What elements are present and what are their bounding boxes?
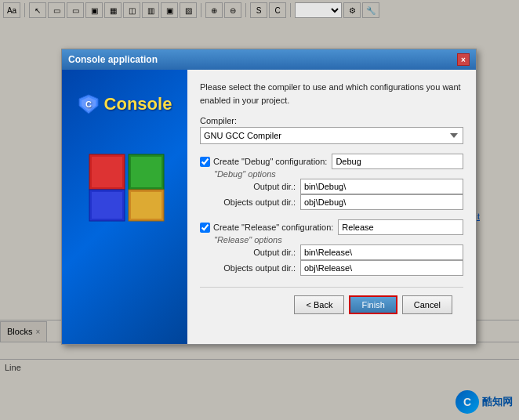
- finish-button[interactable]: Finish: [349, 295, 397, 314]
- dialog-titlebar: Console application ×: [62, 49, 476, 70]
- svg-rect-8: [92, 192, 122, 219]
- cube-svg: [85, 147, 172, 225]
- debug-config-input[interactable]: [332, 154, 463, 169]
- release-output-label: Output dir.:: [214, 248, 300, 257]
- release-checkbox-label: Create "Release" configuration:: [200, 223, 333, 233]
- release-objects-row: Objects output dir.:: [214, 260, 463, 276]
- svg-rect-6: [131, 157, 162, 187]
- cancel-button[interactable]: Cancel: [402, 295, 452, 314]
- dialog-title: Console application: [68, 54, 158, 65]
- dialog-footer: < Back Finish Cancel: [200, 287, 463, 322]
- release-label-text: Create "Release" configuration:: [213, 223, 333, 232]
- release-checkbox-row: Create "Release" configuration:: [200, 219, 463, 235]
- release-output-row: Output dir.:: [214, 244, 463, 260]
- cube-graphic: [85, 147, 164, 217]
- compiler-group: Compiler: GNU GCC Compiler: [200, 116, 463, 144]
- console-label: Console: [104, 94, 172, 114]
- svg-rect-10: [131, 192, 162, 219]
- debug-output-label: Output dir.:: [214, 182, 300, 191]
- debug-checkbox-row: Create "Debug" configuration:: [200, 154, 463, 169]
- dialog-body: C Console: [62, 70, 476, 344]
- release-section: Create "Release" configuration: "Release…: [200, 216, 463, 276]
- release-objects-input[interactable]: [300, 260, 463, 276]
- compiler-label: Compiler:: [200, 116, 463, 125]
- console-title: C Console: [78, 93, 172, 115]
- debug-objects-label: Objects output dir.:: [214, 197, 300, 207]
- debug-objects-input[interactable]: [300, 194, 463, 210]
- back-button[interactable]: < Back: [294, 295, 344, 314]
- release-options-label: "Release" options: [214, 235, 463, 244]
- debug-output-input[interactable]: [300, 179, 463, 194]
- release-objects-label: Objects output dir.:: [214, 263, 300, 273]
- debug-output-row: Output dir.:: [214, 179, 463, 194]
- debug-label-text: Create "Debug" configuration:: [213, 157, 327, 166]
- dialog-right-panel: Please select the compiler to use and wh…: [187, 70, 476, 344]
- dialog-left-panel: C Console: [62, 70, 187, 344]
- debug-checkbox-label: Create "Debug" configuration:: [200, 157, 327, 167]
- release-config-input[interactable]: [338, 219, 463, 235]
- console-application-dialog: Console application × C Console: [61, 49, 477, 345]
- svg-text:C: C: [85, 100, 92, 109]
- release-output-input[interactable]: [300, 244, 463, 260]
- release-checkbox[interactable]: [200, 223, 210, 233]
- compiler-select[interactable]: GNU GCC Compiler: [200, 127, 463, 144]
- debug-objects-row: Objects output dir.:: [214, 194, 463, 210]
- debug-options-label: "Debug" options: [214, 169, 463, 179]
- svg-rect-4: [92, 157, 122, 187]
- debug-checkbox[interactable]: [200, 157, 210, 167]
- dialog-close-button[interactable]: ×: [457, 53, 470, 66]
- console-shield-icon: C: [78, 93, 100, 115]
- dialog-description: Please select the compiler to use and wh…: [200, 81, 463, 107]
- debug-section: Create "Debug" configuration: "Debug" op…: [200, 150, 463, 210]
